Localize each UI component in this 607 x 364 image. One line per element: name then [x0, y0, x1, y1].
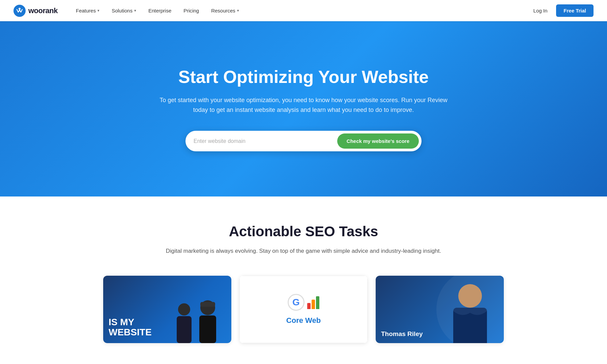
card-image-1: IS MY WEBSITE	[103, 276, 231, 343]
nav-right: Log In Free Trial	[529, 4, 594, 17]
search-container: Check my website's score	[185, 131, 422, 151]
svg-point-2	[178, 303, 190, 315]
svg-rect-5	[199, 315, 216, 343]
chevron-down-icon: ▾	[97, 8, 99, 13]
woorank-logo-icon	[13, 5, 26, 17]
navbar: woorank Features ▾ Solutions ▾ Enterpris…	[0, 0, 607, 21]
search-input[interactable]	[194, 138, 337, 144]
bar-chart-icon	[307, 296, 319, 309]
svg-point-1	[19, 8, 21, 10]
nav-item-solutions[interactable]: Solutions ▾	[107, 5, 141, 16]
card-image-2: G Core Web	[239, 276, 368, 343]
logo-text: woorank	[28, 6, 58, 15]
card-thomas-riley[interactable]: Thomas Riley	[376, 276, 504, 343]
card-core-web[interactable]: G Core Web	[239, 276, 368, 343]
google-icon: G	[288, 294, 305, 311]
card-1-title: IS MY WEBSITE	[109, 317, 152, 338]
chevron-down-icon: ▾	[134, 8, 136, 13]
core-web-logo: G	[288, 294, 319, 311]
check-score-button[interactable]: Check my website's score	[337, 133, 419, 149]
seo-subtitle: Digital marketing is always evolving. St…	[158, 246, 449, 255]
svg-point-8	[458, 284, 482, 308]
logo[interactable]: woorank	[13, 5, 58, 17]
chevron-down-icon: ▾	[237, 8, 239, 13]
card-3-overlay: Thomas Riley	[381, 330, 423, 338]
free-trial-button[interactable]: Free Trial	[556, 4, 594, 17]
nav-item-enterprise[interactable]: Enterprise	[144, 5, 176, 16]
nav-links: Features ▾ Solutions ▾ Enterprise Pricin…	[71, 5, 529, 16]
card-is-my-website[interactable]: IS MY WEBSITE	[103, 276, 231, 343]
seo-title: Actionable SEO Tasks	[13, 223, 594, 240]
svg-rect-3	[177, 316, 192, 343]
cards-container: IS MY WEBSITE	[13, 276, 594, 357]
hero-subtitle: To get started with your website optimiz…	[158, 95, 449, 115]
card-3-person-name: Thomas Riley	[381, 330, 423, 338]
people-illustration	[164, 299, 231, 343]
nav-item-resources[interactable]: Resources ▾	[206, 5, 244, 16]
login-button[interactable]: Log In	[529, 5, 552, 16]
card-image-3: Thomas Riley	[376, 276, 504, 343]
nav-item-features[interactable]: Features ▾	[71, 5, 104, 16]
hero-title: Start Optimizing Your Website	[178, 66, 429, 87]
card-2-title: Core Web	[286, 316, 321, 325]
seo-section: Actionable SEO Tasks Digital marketing i…	[0, 196, 607, 364]
hero-section: Start Optimizing Your Website To get sta…	[0, 21, 607, 196]
nav-item-pricing[interactable]: Pricing	[179, 5, 204, 16]
svg-rect-6	[200, 302, 215, 307]
